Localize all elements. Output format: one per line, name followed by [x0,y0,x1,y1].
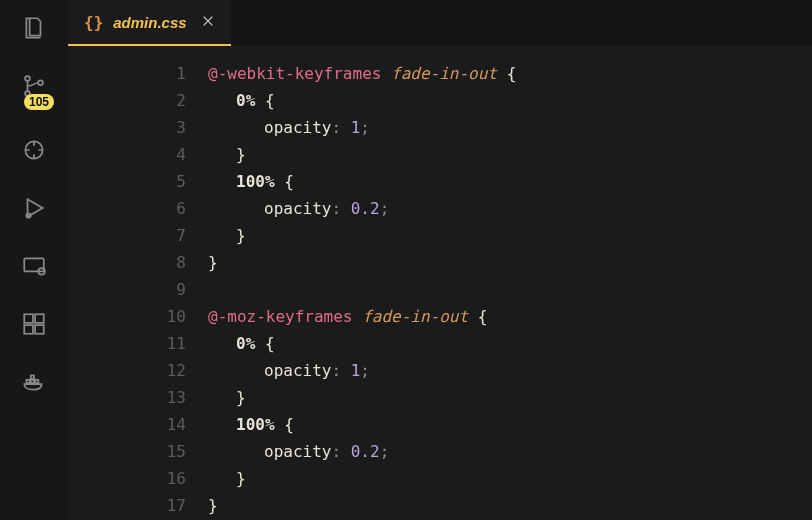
svg-rect-7 [24,314,33,323]
svg-point-0 [25,76,30,81]
svg-rect-5 [24,258,44,271]
svg-rect-12 [31,380,34,383]
line-number: 4 [68,141,186,168]
code-line[interactable]: opacity: 1; [208,357,812,384]
svg-rect-13 [35,380,38,383]
line-number: 8 [68,249,186,276]
editor[interactable]: 1234567891011121314151617 @-webkit-keyfr… [68,46,812,520]
line-number: 10 [68,303,186,330]
remote-explorer-icon[interactable] [20,252,48,280]
code-content[interactable]: @-webkit-keyframes fade-in-out {0% {opac… [208,60,812,520]
extensions-icon[interactable] [20,310,48,338]
code-line[interactable]: @-webkit-keyframes fade-in-out { [208,60,812,87]
line-number: 14 [68,411,186,438]
svg-rect-8 [24,325,33,334]
source-control-icon[interactable]: 105 [20,72,48,100]
line-number: 9 [68,276,186,303]
code-line[interactable]: 100% { [208,168,812,195]
activity-bar: 105 [0,0,68,520]
code-line[interactable]: opacity: 0.2; [208,438,812,465]
code-line[interactable]: 100% { [208,411,812,438]
code-line[interactable]: } [208,249,812,276]
line-number: 1 [68,60,186,87]
run-debug-icon[interactable] [20,194,48,222]
svg-rect-11 [26,380,29,383]
tab-title: admin.css [113,14,186,31]
code-line[interactable]: 0% { [208,87,812,114]
line-number: 5 [68,168,186,195]
code-line[interactable]: } [208,222,812,249]
line-number: 17 [68,492,186,519]
line-number: 7 [68,222,186,249]
css-file-icon: {} [84,13,103,32]
tab-bar: {} admin.css [68,0,812,46]
line-number: 6 [68,195,186,222]
close-icon[interactable] [201,13,215,32]
svg-rect-14 [31,376,34,379]
editor-group: {} admin.css 1234567891011121314151617 @… [68,0,812,520]
code-line[interactable] [208,276,812,303]
code-line[interactable]: @-moz-keyframes fade-in-out { [208,303,812,330]
line-number: 3 [68,114,186,141]
line-number: 13 [68,384,186,411]
docker-icon[interactable] [20,368,48,396]
line-number: 2 [68,87,186,114]
svg-rect-9 [35,325,44,334]
line-number: 15 [68,438,186,465]
code-line[interactable]: } [208,384,812,411]
line-number: 12 [68,357,186,384]
code-line[interactable]: } [208,465,812,492]
code-line[interactable]: opacity: 0.2; [208,195,812,222]
code-line[interactable]: 0% { [208,330,812,357]
app-root: 105 {} admin.css 12345 [0,0,812,520]
line-number: 16 [68,465,186,492]
code-line[interactable]: } [208,492,812,519]
code-line[interactable]: } [208,141,812,168]
code-line[interactable]: opacity: 1; [208,114,812,141]
tab-admin-css[interactable]: {} admin.css [68,0,231,46]
files-icon[interactable] [20,14,48,42]
svg-rect-10 [35,314,44,323]
line-number: 11 [68,330,186,357]
source-control-badge: 105 [24,94,54,110]
git-branch-lens-icon[interactable] [20,136,48,164]
svg-point-2 [38,80,43,85]
line-number-gutter: 1234567891011121314151617 [68,60,208,520]
